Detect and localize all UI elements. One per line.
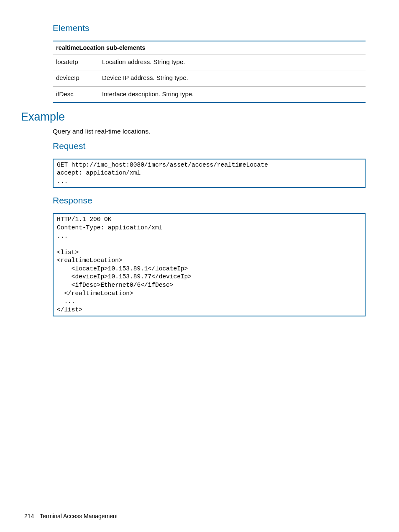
element-name: locateIp: [53, 54, 99, 70]
element-desc: Location address. String type.: [99, 54, 366, 70]
example-description: Query and list real-time locations.: [53, 128, 366, 135]
table-header: realtimeLocation sub-elements: [53, 41, 366, 54]
table-row: deviceIp Device IP address. String type.: [53, 70, 366, 86]
element-name: ifDesc: [53, 86, 99, 103]
elements-table: realtimeLocation sub-elements locateIp L…: [53, 41, 366, 103]
response-code: HTTP/1.1 200 OK Content-Type: applicatio…: [53, 213, 366, 316]
request-code: GET http://imc_host:8080/imcrs/asset/acc…: [53, 159, 366, 188]
heading-example: Example: [21, 111, 366, 123]
element-name: deviceIp: [53, 70, 99, 86]
heading-request: Request: [53, 141, 366, 151]
page-number: 214: [24, 513, 34, 519]
section-title: Terminal Access Management: [40, 513, 118, 519]
heading-elements: Elements: [53, 23, 366, 33]
element-desc: Device IP address. String type.: [99, 70, 366, 86]
table-row: ifDesc Interface description. String typ…: [53, 86, 366, 103]
element-desc: Interface description. String type.: [99, 86, 366, 103]
heading-response: Response: [53, 195, 366, 206]
page-footer: 214 Terminal Access Management: [24, 513, 118, 519]
table-row: locateIp Location address. String type.: [53, 54, 366, 70]
